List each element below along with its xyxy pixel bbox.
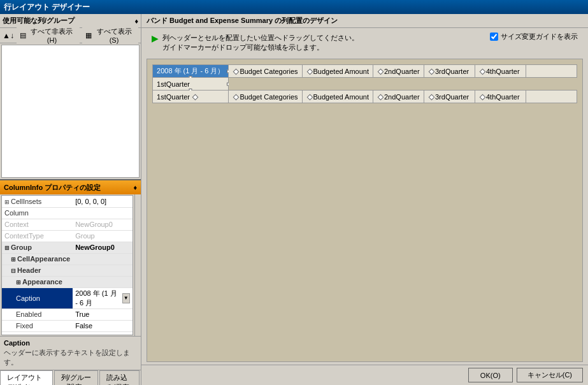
- prop-key-column: Column: [2, 207, 73, 219]
- diamond-icon: [480, 69, 486, 75]
- diamond-icon: [306, 69, 313, 75]
- diamond-icon: [429, 69, 435, 75]
- prop-val-group: NewGroup0: [73, 242, 133, 253]
- diamond-icon: [192, 94, 199, 101]
- prop-row-caption[interactable]: Caption 2008 年 (1 月 - 6 月 ▼: [2, 287, 133, 309]
- cancel-label: キャンセル(C): [527, 371, 572, 379]
- prop-row-contexttype[interactable]: ContextType Group: [2, 230, 133, 242]
- design-row-2: 1stQuarter: [153, 78, 577, 91]
- design-cell-3rd[interactable]: 3rdQuarter: [424, 65, 475, 78]
- prop-val-fixed: False: [73, 320, 133, 331]
- size-guide-checkbox[interactable]: [490, 33, 498, 41]
- prop-row-appearance[interactable]: ⊞Appearance: [2, 276, 133, 287]
- prop-key-cellappearance: ⊞CellAppearance: [2, 253, 73, 265]
- desc-title: Caption: [4, 339, 137, 347]
- prop-row-cellinsets[interactable]: ⊞CellInsets [0, 0, 0, 0]: [2, 196, 133, 207]
- diamond-icon: [233, 69, 240, 75]
- props-pin: ♦: [133, 184, 137, 191]
- diamond-icon: [233, 94, 240, 101]
- play-icon: ▶: [152, 34, 159, 43]
- tab-loadsave-label: 読み込み/保存: [106, 374, 129, 385]
- right-header: バンド Budget and Expense Summary の列配置のデザイン: [141, 14, 588, 28]
- design-cell-end3[interactable]: [526, 91, 577, 103]
- desc-text: ヘッダーに表示するテキストを設定します。: [4, 348, 137, 367]
- design-cell-3rd2[interactable]: 3rdQuarter: [424, 91, 475, 103]
- left-panel: 使用可能な列/グループ ♦ ▲↓ ▤ すべて非表示(H) ▦ すべて表示(S) …: [0, 14, 141, 385]
- left-panel-pin: ♦: [134, 17, 138, 25]
- prop-row-context[interactable]: Context NewGroup0: [2, 219, 133, 230]
- show-icon: ▦: [85, 31, 92, 40]
- cancel-button[interactable]: キャンセル(C): [517, 368, 583, 382]
- show-all-button[interactable]: ▦ すべて表示(S): [82, 25, 138, 45]
- design-cell-1stqtr2[interactable]: 1stQuarter: [153, 91, 229, 103]
- prop-row-group[interactable]: ⊞Group NewGroup0: [2, 242, 133, 253]
- size-guide-label: サイズ変更ガイドを表示: [501, 32, 578, 41]
- hide-all-label: すべて非表示(H): [27, 27, 76, 44]
- prop-val-caption: 2008 年 (1 月 - 6 月 ▼: [73, 287, 133, 309]
- prop-row-fixed[interactable]: Fixed False: [2, 320, 133, 331]
- design-cell-end1[interactable]: [526, 65, 577, 78]
- design-cell-budgetamt2[interactable]: Budgeted Amount: [302, 91, 373, 103]
- design-cell-selected[interactable]: 2008 年 (1 月 - 6 月）: [153, 65, 229, 78]
- right-header-label: バンド Budget and Expense Summary の列配置のデザイン: [147, 16, 338, 25]
- instruction-line1: 列ヘッダーとセルを配置したい位置へドラッグしてください。: [162, 33, 359, 43]
- design-cell-budgetcat2[interactable]: Budget Categories: [229, 91, 302, 103]
- tab-layout-design[interactable]: レイアウト デザイン: [0, 370, 53, 385]
- prop-val-header: [73, 265, 133, 276]
- props-table: ⊞CellInsets [0, 0, 0, 0] Column Context …: [2, 196, 133, 332]
- title-label: 行レイアウト デザイナー: [4, 2, 90, 13]
- prop-val-cellinsets: [0, 0, 0, 0]: [73, 196, 133, 207]
- left-toolbar: ▲↓ ▤ すべて非表示(H) ▦ すべて表示(S): [0, 28, 141, 43]
- diamond-icon: [306, 94, 313, 101]
- props-title: ColumnInfo プロパティの設定: [4, 183, 101, 192]
- prop-key-cellinsets: ⊞CellInsets: [2, 196, 73, 207]
- prop-row-column[interactable]: Column: [2, 207, 133, 219]
- design-cell-1stqtr[interactable]: 1stQuarter: [153, 78, 229, 91]
- sort-icon: ▲↓: [3, 31, 14, 40]
- bottom-tab-bar: レイアウト デザイン 列/グループ設定 読み込み/保存: [0, 370, 141, 385]
- design-area[interactable]: 2008 年 (1 月 - 6 月） Budget Categories Bud…: [147, 59, 583, 362]
- prop-row-enabled[interactable]: Enabled True: [2, 309, 133, 320]
- left-panel-title: 使用可能な列/グループ: [3, 16, 75, 25]
- props-table-area: ⊞CellInsets [0, 0, 0, 0] Column Context …: [1, 195, 133, 335]
- prop-key-group: ⊞Group: [2, 242, 73, 253]
- design-cell-2nd[interactable]: 2ndQuarter: [373, 65, 424, 78]
- title-bar: 行レイアウト デザイナー: [0, 0, 588, 14]
- show-all-label: すべて表示(S): [93, 27, 135, 44]
- design-cell-4th2[interactable]: 4thQuarter: [475, 91, 526, 103]
- prop-val-cellappearance: [73, 253, 133, 265]
- design-cell-budgetcat[interactable]: Budget Categories: [229, 65, 302, 78]
- prop-val-enabled: True: [73, 309, 133, 320]
- prop-key-appearance: ⊞Appearance: [2, 276, 73, 287]
- diamond-icon: [480, 94, 486, 101]
- prop-key-caption: Caption: [2, 287, 73, 309]
- prop-key-fixed: Fixed: [2, 320, 73, 331]
- tab-load-save[interactable]: 読み込み/保存: [99, 370, 140, 385]
- design-row-1: 2008 年 (1 月 - 6 月） Budget Categories Bud…: [153, 65, 577, 78]
- design-cell-budgetamt[interactable]: Budgeted Amount: [302, 65, 373, 78]
- tab-column-group[interactable]: 列/グループ設定: [54, 370, 99, 385]
- checkbox-row: サイズ変更ガイドを表示: [485, 31, 583, 43]
- diamond-icon: [378, 69, 384, 75]
- caption-value-text: 2008 年 (1 月 - 6 月: [75, 289, 120, 308]
- props-header: ColumnInfo プロパティの設定 ♦: [0, 180, 141, 194]
- props-panel: ColumnInfo プロパティの設定 ♦ ⊞CellInsets [0, 0,…: [0, 179, 141, 385]
- prop-row-cellappearance[interactable]: ⊞CellAppearance: [2, 253, 133, 265]
- prop-key-enabled: Enabled: [2, 309, 73, 320]
- design-cell-2nd2[interactable]: 2ndQuarter: [373, 91, 424, 103]
- design-cell-4th[interactable]: 4thQuarter: [475, 65, 526, 78]
- tab-column-label: 列/グループ設定: [61, 374, 91, 385]
- column-tree-area: [1, 45, 140, 178]
- prop-row-header[interactable]: ⊟Header: [2, 265, 133, 276]
- prop-val-contexttype: Group: [73, 230, 133, 242]
- bottom-bar: OK(O) キャンセル(C): [141, 365, 588, 385]
- design-layout-table: 2008 年 (1 月 - 6 月） Budget Categories Bud…: [152, 64, 577, 103]
- caption-dropdown-button[interactable]: ▼: [122, 293, 130, 303]
- ok-button[interactable]: OK(O): [468, 368, 513, 382]
- design-cell-end2: [526, 78, 577, 91]
- instructions-area: ▶ 列ヘッダーとセルを配置したい位置へドラッグしてください。 ガイドマーカーがド…: [147, 31, 364, 54]
- diamond-icon: [378, 94, 384, 101]
- hide-all-button[interactable]: ▤ すべて非表示(H): [17, 25, 80, 45]
- props-scrollbar[interactable]: [134, 194, 141, 336]
- prop-key-context: Context: [2, 219, 73, 230]
